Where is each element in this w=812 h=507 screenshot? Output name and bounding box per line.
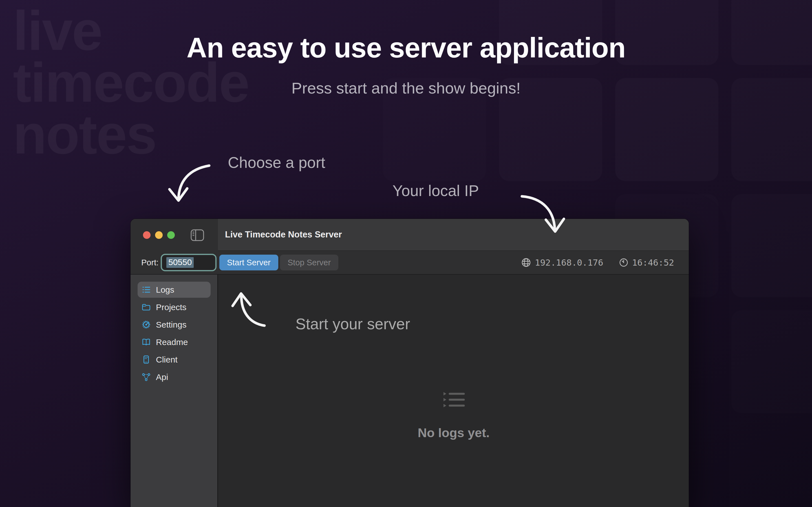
background-tile <box>731 310 812 413</box>
port-label: Port: <box>141 258 158 267</box>
globe-icon <box>521 258 531 267</box>
callout-start-server: Start your server <box>296 315 410 333</box>
port-value-selected-text: 50550 <box>166 257 194 268</box>
close-button[interactable] <box>143 231 151 239</box>
stop-server-button[interactable]: Stop Server <box>280 255 338 270</box>
app-window: Live Timecode Notes Server Port: 50550 <box>131 219 689 507</box>
window-title: Live Timecode Notes Server <box>225 219 342 250</box>
titlebar-content-area: Live Timecode Notes Server <box>218 219 689 251</box>
network-icon <box>142 372 151 382</box>
open-book-icon <box>142 337 151 347</box>
sidebar-item-label: Api <box>156 372 168 382</box>
list-bullet-icon <box>142 285 151 294</box>
sidebar-item-api[interactable]: Api <box>138 369 211 385</box>
folder-icon <box>142 302 151 312</box>
ip-address: 192.168.0.176 <box>535 258 603 268</box>
list-triangle-icon <box>442 392 465 408</box>
callout-local-ip: Your local IP <box>393 182 479 200</box>
empty-state-message: No logs yet. <box>218 426 689 440</box>
sidebar-item-settings[interactable]: Settings <box>138 317 211 333</box>
sidebar-item-label: Readme <box>156 337 188 347</box>
sidebar-toggle-icon[interactable] <box>191 229 204 242</box>
toolbar: Port: 50550 Start Server Stop Server 192… <box>131 251 689 275</box>
sidebar-item-readme[interactable]: Readme <box>138 334 211 350</box>
hero-title: An easy to use server application <box>0 32 812 64</box>
hero-subtitle: Press start and the show begins! <box>0 79 812 97</box>
logs-content-area: No logs yet. <box>218 275 689 507</box>
sidebar: Logs Projects Settings <box>131 275 218 507</box>
titlebar: Live Timecode Notes Server <box>131 219 689 251</box>
clock-icon <box>619 258 628 267</box>
sidebar-item-label: Client <box>156 355 177 364</box>
arrow-to-port-field-head <box>169 188 187 201</box>
sidebar-item-logs[interactable]: Logs <box>138 282 211 298</box>
device-icon <box>142 355 151 364</box>
arrow-to-port-field <box>179 166 209 200</box>
status-group: 192.168.0.176 16:46:52 <box>521 258 674 268</box>
page: live timecode notes An easy to use serve… <box>0 0 812 507</box>
watermark-line: notes <box>13 109 249 161</box>
sidebar-item-projects[interactable]: Projects <box>138 299 211 315</box>
port-input[interactable]: 50550 <box>161 254 216 271</box>
zoom-button[interactable] <box>167 231 175 239</box>
background-tile <box>731 194 812 297</box>
callout-choose-port: Choose a port <box>228 154 325 172</box>
sidebar-item-label: Projects <box>156 302 186 312</box>
clock-time: 16:46:52 <box>632 258 674 268</box>
sidebar-item-label: Logs <box>156 285 174 295</box>
minimize-button[interactable] <box>155 231 163 239</box>
start-server-button[interactable]: Start Server <box>219 255 278 270</box>
sidebar-item-client[interactable]: Client <box>138 351 211 368</box>
port-input-text: 50550 <box>162 256 215 270</box>
sidebar-item-label: Settings <box>156 320 186 330</box>
gear-icon <box>142 320 151 329</box>
